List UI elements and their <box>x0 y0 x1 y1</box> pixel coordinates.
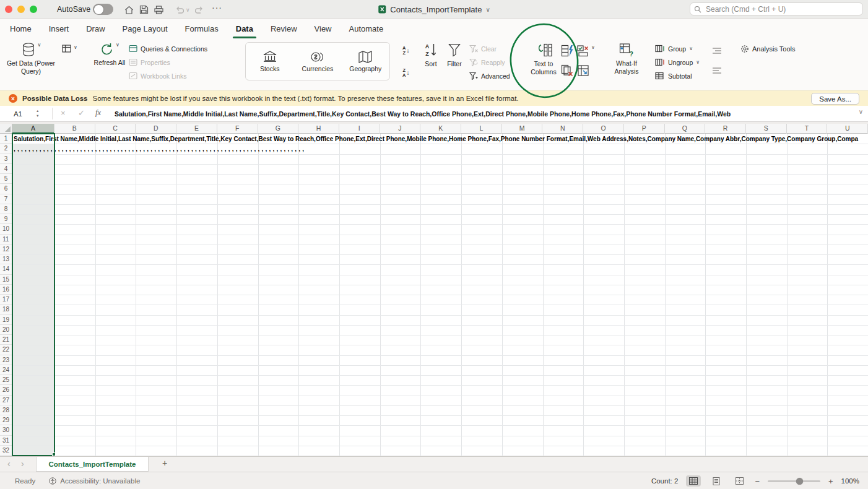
column-header-J[interactable]: J <box>380 124 421 134</box>
row-header-17[interactable]: 17 <box>0 295 12 305</box>
tab-data[interactable]: Data <box>235 22 254 36</box>
tab-view[interactable]: View <box>313 22 333 36</box>
column-header-F[interactable]: F <box>217 124 258 134</box>
autosave-toggle[interactable] <box>93 4 113 15</box>
column-header-G[interactable]: G <box>258 124 299 134</box>
column-header-A[interactable]: A <box>12 124 54 134</box>
row-header-32[interactable]: 32 <box>0 446 12 456</box>
advanced-filter-button[interactable]: Advanced <box>469 72 510 80</box>
column-header-L[interactable]: L <box>461 124 502 134</box>
text-to-columns-button[interactable]: Text to Columns <box>525 42 562 76</box>
row-header-23[interactable]: 23 <box>0 355 12 365</box>
currencies-button[interactable]: Currencies <box>295 50 341 73</box>
search-field[interactable] <box>690 2 863 15</box>
zoom-slider-knob[interactable] <box>796 478 803 485</box>
tab-formulas[interactable]: Formulas <box>184 22 220 36</box>
column-header-Q[interactable]: Q <box>665 124 706 134</box>
undo-icon[interactable] <box>175 5 184 14</box>
sheet-nav-left-icon[interactable]: ‹ <box>7 459 11 469</box>
cell-text-row2[interactable]: ,,,,,,,,,,,,,,,,,,,,,,,,,,,,,,,,,,,,,,,,… <box>14 144 305 154</box>
column-header-H[interactable]: H <box>298 124 339 134</box>
row-header-13[interactable]: 13 <box>0 254 12 264</box>
confirm-entry-icon[interactable]: ✓ <box>78 108 85 118</box>
row-header-16[interactable]: 16 <box>0 285 12 295</box>
row-header-3[interactable]: 3 <box>0 154 12 164</box>
name-box-stepper[interactable]: ▲ ▼ <box>36 108 39 118</box>
remove-duplicates-button[interactable] <box>561 64 573 77</box>
what-if-analysis-button[interactable]: ? What-If Analysis <box>607 42 646 75</box>
from-table-button[interactable]: ∨ <box>62 45 77 53</box>
formula-input[interactable]: Salutation,First Name,Middle Initial,Las… <box>115 106 849 121</box>
tab-draw[interactable]: Draw <box>85 22 106 36</box>
column-header-N[interactable]: N <box>542 124 583 134</box>
row-header-28[interactable]: 28 <box>0 405 12 415</box>
document-title-group[interactable]: Contacts_ImportTemplate ∨ <box>378 0 490 19</box>
sheet-nav-right-icon[interactable]: › <box>21 459 24 469</box>
zoom-in-button[interactable]: + <box>828 477 833 486</box>
data-validation-button[interactable]: ∨ <box>577 45 595 57</box>
cell-text-row1[interactable]: Salutation,First Name,Middle Initial,Las… <box>14 134 867 144</box>
group-button[interactable]: Group ∨ <box>655 45 693 53</box>
analysis-tools-button[interactable]: Analysis Tools <box>740 45 796 53</box>
show-detail-button[interactable] <box>712 47 722 54</box>
row-header-12[interactable]: 12 <box>0 244 12 254</box>
subtotal-button[interactable]: Subtotal <box>655 72 692 80</box>
column-header-D[interactable]: D <box>136 124 176 134</box>
row-header-19[interactable]: 19 <box>0 315 12 325</box>
tab-page-layout[interactable]: Page Layout <box>121 22 169 36</box>
row-header-7[interactable]: 7 <box>0 194 12 204</box>
zoom-window-button[interactable] <box>30 6 37 13</box>
row-header-11[interactable]: 11 <box>0 235 12 244</box>
geography-button[interactable]: Geography <box>342 50 388 73</box>
column-header-K[interactable]: K <box>420 124 461 134</box>
reapply-filter-button[interactable]: Reapply <box>469 58 505 66</box>
row-header-18[interactable]: 18 <box>0 305 12 314</box>
row-header-25[interactable]: 25 <box>0 375 12 385</box>
tab-insert[interactable]: Insert <box>48 22 71 36</box>
row-header-27[interactable]: 27 <box>0 396 12 405</box>
search-input[interactable] <box>705 4 859 14</box>
tab-automate[interactable]: Automate <box>348 22 385 36</box>
filter-button[interactable]: Filter <box>442 42 467 68</box>
column-header-P[interactable]: P <box>624 124 665 134</box>
row-header-10[interactable]: 10 <box>0 224 12 234</box>
row-header-8[interactable]: 8 <box>0 204 12 214</box>
sheet-grid[interactable] <box>0 134 868 456</box>
row-header-5[interactable]: 5 <box>0 174 12 184</box>
row-header-21[interactable]: 21 <box>0 335 12 345</box>
name-box[interactable]: A1 <box>0 106 36 121</box>
column-header-O[interactable]: O <box>583 124 624 134</box>
column-header-C[interactable]: C <box>95 124 136 134</box>
zoom-percentage[interactable]: 100% <box>841 477 859 485</box>
column-header-S[interactable]: S <box>746 124 787 134</box>
save-as-button[interactable]: Save As... <box>811 93 859 105</box>
add-sheet-button[interactable]: + <box>162 458 167 468</box>
page-layout-view-button[interactable] <box>709 475 724 487</box>
accessibility-status[interactable]: Accessibility: Unavailable <box>49 477 140 485</box>
more-options-icon[interactable]: ··· <box>212 2 222 12</box>
select-all-corner[interactable] <box>0 124 12 134</box>
sort-descending-button[interactable]: ZA↓ <box>402 68 409 77</box>
row-header-29[interactable]: 29 <box>0 415 12 425</box>
column-header-U[interactable]: U <box>827 124 868 134</box>
insert-function-icon[interactable]: fx <box>95 108 101 118</box>
print-icon[interactable] <box>154 5 163 14</box>
column-header-R[interactable]: R <box>705 124 746 134</box>
row-header-2[interactable]: 2 <box>0 144 12 154</box>
formula-bar-expand-icon[interactable]: ∨ <box>859 109 863 115</box>
page-break-view-button[interactable] <box>732 475 747 487</box>
clear-filter-button[interactable]: Clear <box>469 45 497 53</box>
tab-review[interactable]: Review <box>269 22 298 36</box>
column-header-I[interactable]: I <box>339 124 380 134</box>
row-header-24[interactable]: 24 <box>0 365 12 375</box>
title-chevron-icon[interactable]: ∨ <box>485 6 490 13</box>
row-header-9[interactable]: 9 <box>0 214 12 224</box>
ungroup-button[interactable]: Ungroup ∨ <box>655 58 700 66</box>
zoom-out-button[interactable]: − <box>755 477 760 486</box>
queries-connections-button[interactable]: Queries & Connections <box>129 45 207 53</box>
tab-home[interactable]: Home <box>9 22 33 36</box>
redo-icon[interactable] <box>194 5 204 14</box>
row-header-30[interactable]: 30 <box>0 425 12 435</box>
row-header-15[interactable]: 15 <box>0 275 12 285</box>
properties-button[interactable]: Properties <box>129 58 170 66</box>
